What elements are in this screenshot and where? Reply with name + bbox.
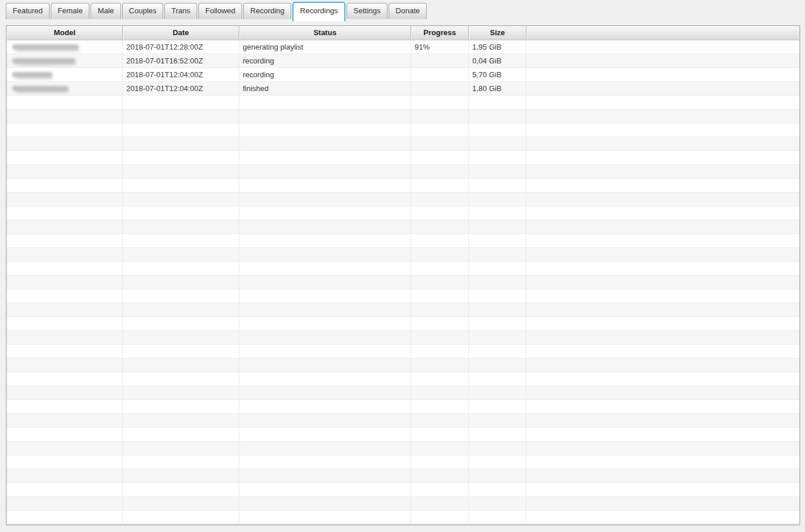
table-row-empty	[7, 442, 799, 455]
cell-size	[469, 110, 526, 123]
cell-progress	[411, 96, 469, 109]
cell-progress	[411, 248, 469, 261]
cell-progress	[411, 179, 469, 192]
table-row-empty	[7, 276, 799, 289]
cell-date	[123, 110, 239, 123]
tab-couples[interactable]: Couples	[122, 3, 164, 19]
cell-model	[7, 303, 123, 316]
tab-followed[interactable]: Followed	[198, 3, 242, 19]
cell-progress	[411, 289, 469, 303]
cell-date	[123, 317, 239, 330]
cell-progress	[411, 234, 469, 247]
cell-size	[469, 511, 526, 524]
cell-status	[239, 96, 411, 109]
cell-date	[123, 289, 239, 303]
cell-model	[7, 220, 123, 233]
cell-date	[123, 206, 239, 220]
cell-status	[239, 469, 411, 482]
cell-model	[7, 345, 123, 358]
column-header-filler	[526, 26, 799, 40]
table-row-empty	[7, 400, 799, 414]
column-header-date[interactable]: Date	[123, 26, 239, 40]
cell-status	[239, 386, 411, 399]
cell-progress	[411, 68, 469, 81]
cell-filler	[526, 483, 799, 496]
cell-progress	[411, 345, 469, 358]
cell-filler	[526, 442, 799, 455]
tab-recording[interactable]: Recording	[243, 3, 291, 19]
cell-date	[123, 442, 239, 455]
cell-progress	[411, 428, 469, 441]
cell-model	[7, 96, 123, 109]
tab-label: Settings	[353, 6, 381, 15]
cell-status	[239, 372, 411, 386]
cell-progress	[411, 317, 469, 330]
recordings-table: Model Date Status Progress Size 2018-07-…	[6, 25, 800, 526]
column-header-progress[interactable]: Progress	[411, 26, 469, 40]
cell-filler	[526, 359, 799, 372]
cell-size	[469, 345, 526, 358]
cell-date	[123, 497, 239, 510]
table-row[interactable]: 2018-07-01T12:28:00Zgenerating playlist9…	[7, 40, 799, 54]
cell-model	[7, 359, 123, 372]
cell-size	[469, 414, 526, 427]
cell-size	[469, 359, 526, 372]
cell-progress	[411, 372, 469, 386]
cell-filler	[526, 331, 799, 344]
tab-label: Trans	[171, 6, 190, 15]
cell-model	[7, 414, 123, 427]
cell-progress	[411, 220, 469, 233]
cell-model	[7, 511, 123, 524]
tab-featured[interactable]: Featured	[6, 3, 50, 19]
cell-model	[7, 68, 123, 81]
table-row[interactable]: 2018-07-01T12:04:00Zrecording5,70 GiB	[7, 68, 799, 82]
column-header-status[interactable]: Status	[239, 26, 411, 40]
cell-model	[7, 123, 123, 137]
cell-status	[239, 317, 411, 330]
cell-status	[239, 165, 411, 178]
cell-date	[123, 262, 239, 275]
table-row-empty	[7, 123, 799, 137]
tab-male[interactable]: Male	[91, 3, 121, 19]
cell-date	[123, 165, 239, 178]
column-header-size[interactable]: Size	[469, 26, 526, 40]
cell-size	[469, 96, 526, 109]
cell-filler	[526, 82, 799, 95]
cell-filler	[526, 220, 799, 233]
tab-label: Male	[97, 6, 114, 15]
cell-date: 2018-07-01T12:28:00Z	[123, 40, 239, 54]
cell-progress	[411, 331, 469, 344]
cell-status	[239, 497, 411, 510]
cell-model	[7, 331, 123, 344]
tab-recordings[interactable]: Recordings	[292, 2, 345, 21]
cell-status	[239, 483, 411, 496]
table-row-empty	[7, 497, 799, 511]
cell-date	[123, 400, 239, 413]
tab-female[interactable]: Female	[51, 3, 89, 19]
cell-model	[7, 248, 123, 261]
cell-progress	[411, 123, 469, 137]
tab-trans[interactable]: Trans	[164, 3, 197, 19]
cell-status	[239, 331, 411, 344]
table-row-empty	[7, 345, 799, 359]
cell-status	[239, 455, 411, 469]
tab-donate[interactable]: Donate	[389, 3, 427, 19]
table-row[interactable]: 2018-07-01T16:52:00Zrecording0,04 GiB	[7, 54, 799, 68]
cell-filler	[526, 110, 799, 123]
cell-date	[123, 96, 239, 109]
tab-settings[interactable]: Settings	[347, 3, 388, 19]
cell-status	[239, 137, 411, 150]
cell-filler	[526, 317, 799, 330]
column-header-model[interactable]: Model	[7, 26, 123, 40]
cell-filler	[526, 428, 799, 441]
cell-filler	[526, 386, 799, 399]
cell-model	[7, 82, 123, 95]
tab-label: Featured	[13, 6, 43, 15]
cell-size	[469, 372, 526, 386]
cell-status	[239, 220, 411, 233]
redacted-model-name	[12, 86, 69, 91]
cell-filler	[526, 54, 799, 67]
tab-label: Recording	[250, 6, 284, 15]
cell-status	[239, 276, 411, 289]
table-row[interactable]: 2018-07-01T12:04:00Zfinished1,80 GiB	[7, 82, 799, 96]
